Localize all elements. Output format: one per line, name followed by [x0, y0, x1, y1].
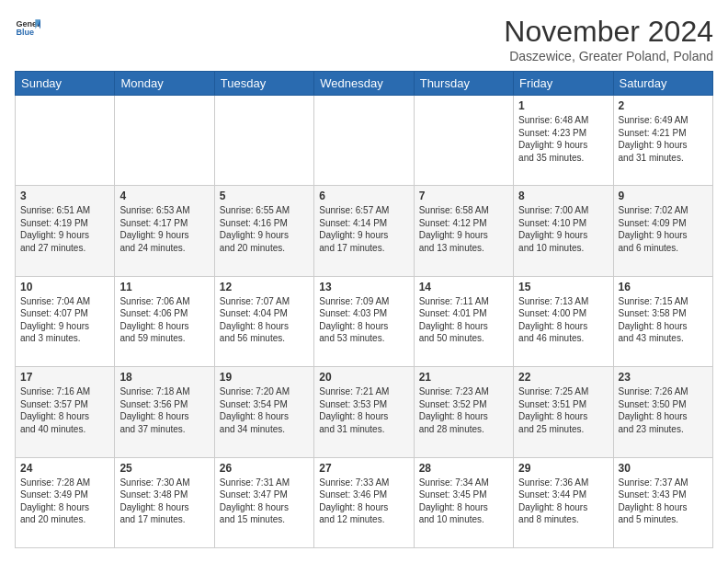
calendar-cell: 20Sunrise: 7:21 AMSunset: 3:53 PMDayligh… [314, 367, 414, 457]
day-info: Sunrise: 7:21 AMSunset: 3:53 PMDaylight:… [319, 385, 408, 435]
day-info: Sunrise: 6:51 AMSunset: 4:19 PMDaylight:… [20, 204, 109, 254]
calendar-cell [115, 96, 214, 186]
logo-icon: General Blue [15, 15, 40, 40]
day-number: 20 [319, 371, 408, 384]
day-number: 10 [20, 281, 109, 293]
day-number: 19 [220, 371, 309, 384]
day-info: Sunrise: 7:09 AMSunset: 4:03 PMDaylight:… [319, 295, 408, 345]
day-number: 22 [518, 371, 608, 384]
day-number: 11 [119, 281, 209, 293]
weekday-header: Thursday [414, 72, 513, 96]
logo: General Blue [15, 15, 40, 40]
day-info: Sunrise: 7:11 AMSunset: 4:01 PMDaylight:… [419, 295, 508, 345]
calendar-cell: 27Sunrise: 7:33 AMSunset: 3:46 PMDayligh… [314, 457, 414, 547]
calendar-cell: 16Sunrise: 7:15 AMSunset: 3:58 PMDayligh… [613, 276, 712, 366]
calendar-cell: 12Sunrise: 7:07 AMSunset: 4:04 PMDayligh… [214, 276, 313, 366]
day-number: 1 [518, 99, 608, 112]
calendar-cell: 17Sunrise: 7:16 AMSunset: 3:57 PMDayligh… [16, 367, 115, 457]
day-info: Sunrise: 7:31 AMSunset: 3:47 PMDaylight:… [220, 477, 309, 526]
title-section: November 2024 Daszewice, Greater Poland,… [504, 15, 713, 63]
day-info: Sunrise: 7:04 AMSunset: 4:07 PMDaylight:… [20, 295, 109, 345]
day-info: Sunrise: 6:55 AMSunset: 4:16 PMDaylight:… [220, 204, 309, 254]
day-number: 28 [419, 462, 508, 475]
month-title: November 2024 [504, 15, 713, 49]
day-info: Sunrise: 7:20 AMSunset: 3:54 PMDaylight:… [220, 385, 309, 435]
day-info: Sunrise: 6:48 AMSunset: 4:23 PMDaylight:… [518, 114, 608, 164]
calendar-cell: 9Sunrise: 7:02 AMSunset: 4:09 PMDaylight… [613, 186, 712, 276]
weekday-header: Monday [115, 72, 214, 96]
day-info: Sunrise: 7:34 AMSunset: 3:45 PMDaylight:… [419, 477, 508, 526]
weekday-header: Tuesday [214, 72, 313, 96]
calendar-cell: 29Sunrise: 7:36 AMSunset: 3:44 PMDayligh… [514, 457, 613, 547]
day-number: 8 [518, 190, 608, 202]
calendar-cell: 19Sunrise: 7:20 AMSunset: 3:54 PMDayligh… [214, 367, 313, 457]
day-number: 2 [619, 99, 708, 112]
location: Daszewice, Greater Poland, Poland [504, 49, 713, 63]
calendar-cell: 4Sunrise: 6:53 AMSunset: 4:17 PMDaylight… [115, 186, 214, 276]
day-info: Sunrise: 6:58 AMSunset: 4:12 PMDaylight:… [419, 204, 508, 254]
day-info: Sunrise: 7:00 AMSunset: 4:10 PMDaylight:… [518, 204, 608, 254]
day-number: 17 [20, 371, 109, 384]
day-info: Sunrise: 7:16 AMSunset: 3:57 PMDaylight:… [20, 385, 109, 435]
day-number: 4 [119, 190, 209, 202]
day-info: Sunrise: 7:28 AMSunset: 3:49 PMDaylight:… [20, 477, 109, 526]
day-info: Sunrise: 7:26 AMSunset: 3:50 PMDaylight:… [619, 385, 708, 435]
calendar: SundayMondayTuesdayWednesdayThursdayFrid… [15, 71, 713, 548]
day-number: 9 [619, 190, 708, 202]
day-info: Sunrise: 7:02 AMSunset: 4:09 PMDaylight:… [619, 204, 708, 254]
day-info: Sunrise: 6:53 AMSunset: 4:17 PMDaylight:… [119, 204, 209, 254]
calendar-cell: 24Sunrise: 7:28 AMSunset: 3:49 PMDayligh… [16, 457, 115, 547]
calendar-cell: 21Sunrise: 7:23 AMSunset: 3:52 PMDayligh… [414, 367, 513, 457]
day-info: Sunrise: 7:15 AMSunset: 3:58 PMDaylight:… [619, 295, 708, 345]
day-number: 13 [319, 281, 408, 293]
day-number: 12 [220, 281, 309, 293]
calendar-cell: 18Sunrise: 7:18 AMSunset: 3:56 PMDayligh… [115, 367, 214, 457]
weekday-header: Sunday [16, 72, 115, 96]
calendar-cell: 10Sunrise: 7:04 AMSunset: 4:07 PMDayligh… [16, 276, 115, 366]
calendar-cell [16, 96, 115, 186]
day-number: 3 [20, 190, 109, 202]
calendar-cell: 28Sunrise: 7:34 AMSunset: 3:45 PMDayligh… [414, 457, 513, 547]
day-number: 23 [619, 371, 708, 384]
day-info: Sunrise: 7:23 AMSunset: 3:52 PMDaylight:… [419, 385, 508, 435]
day-number: 7 [419, 190, 508, 202]
day-number: 6 [319, 190, 408, 202]
day-info: Sunrise: 6:57 AMSunset: 4:14 PMDaylight:… [319, 204, 408, 254]
day-info: Sunrise: 7:36 AMSunset: 3:44 PMDaylight:… [518, 477, 608, 526]
day-number: 21 [419, 371, 508, 384]
weekday-header: Friday [514, 72, 613, 96]
day-info: Sunrise: 7:25 AMSunset: 3:51 PMDaylight:… [518, 385, 608, 435]
calendar-cell [314, 96, 414, 186]
day-number: 16 [619, 281, 708, 293]
calendar-cell: 23Sunrise: 7:26 AMSunset: 3:50 PMDayligh… [613, 367, 712, 457]
day-info: Sunrise: 6:49 AMSunset: 4:21 PMDaylight:… [619, 114, 708, 164]
day-info: Sunrise: 7:07 AMSunset: 4:04 PMDaylight:… [220, 295, 309, 345]
day-number: 29 [518, 462, 608, 475]
header: General Blue November 2024 Daszewice, Gr… [15, 15, 713, 63]
day-number: 26 [220, 462, 309, 475]
calendar-cell: 1Sunrise: 6:48 AMSunset: 4:23 PMDaylight… [514, 96, 613, 186]
day-number: 24 [20, 462, 109, 475]
calendar-cell: 7Sunrise: 6:58 AMSunset: 4:12 PMDaylight… [414, 186, 513, 276]
calendar-cell: 2Sunrise: 6:49 AMSunset: 4:21 PMDaylight… [613, 96, 712, 186]
calendar-cell: 22Sunrise: 7:25 AMSunset: 3:51 PMDayligh… [514, 367, 613, 457]
calendar-cell: 5Sunrise: 6:55 AMSunset: 4:16 PMDaylight… [214, 186, 313, 276]
calendar-cell: 26Sunrise: 7:31 AMSunset: 3:47 PMDayligh… [214, 457, 313, 547]
day-number: 27 [319, 462, 408, 475]
svg-text:Blue: Blue [16, 28, 34, 37]
calendar-cell: 14Sunrise: 7:11 AMSunset: 4:01 PMDayligh… [414, 276, 513, 366]
calendar-cell [414, 96, 513, 186]
calendar-cell: 15Sunrise: 7:13 AMSunset: 4:00 PMDayligh… [514, 276, 613, 366]
day-number: 14 [419, 281, 508, 293]
calendar-cell: 8Sunrise: 7:00 AMSunset: 4:10 PMDaylight… [514, 186, 613, 276]
weekday-header: Wednesday [314, 72, 414, 96]
calendar-cell [214, 96, 313, 186]
calendar-cell: 13Sunrise: 7:09 AMSunset: 4:03 PMDayligh… [314, 276, 414, 366]
day-info: Sunrise: 7:18 AMSunset: 3:56 PMDaylight:… [119, 385, 209, 435]
day-info: Sunrise: 7:13 AMSunset: 4:00 PMDaylight:… [518, 295, 608, 345]
day-number: 30 [619, 462, 708, 475]
calendar-cell: 30Sunrise: 7:37 AMSunset: 3:43 PMDayligh… [613, 457, 712, 547]
calendar-cell: 6Sunrise: 6:57 AMSunset: 4:14 PMDaylight… [314, 186, 414, 276]
day-info: Sunrise: 7:33 AMSunset: 3:46 PMDaylight:… [319, 477, 408, 526]
page: General Blue November 2024 Daszewice, Gr… [0, 0, 728, 563]
